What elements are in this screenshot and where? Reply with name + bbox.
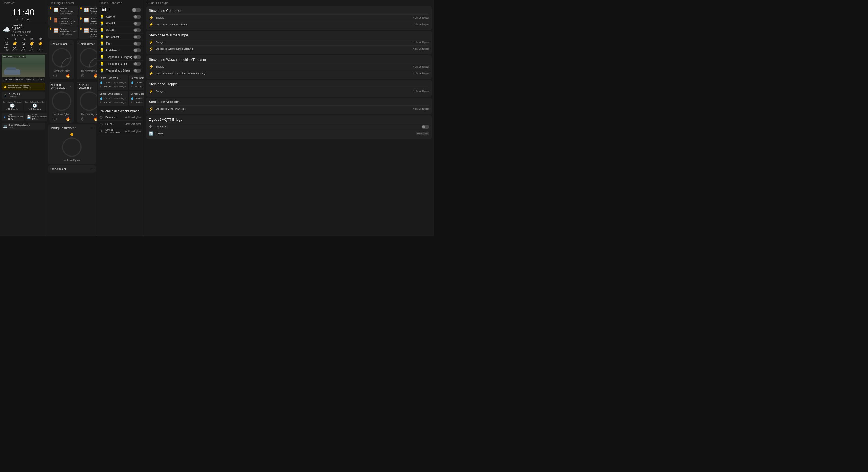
light-toggle-kratzbaum[interactable]: [133, 49, 141, 53]
smoke-icon: ⊙: [99, 122, 104, 126]
light-row-wand1[interactable]: 💡 Wand 1: [97, 20, 144, 27]
thermo-menu-icon[interactable]: ⋯: [69, 42, 72, 46]
rauch-section: Rauchmelder Wohnzimmer ⊙ Device fault Ni…: [97, 107, 144, 136]
sensor-gamingzi[interactable]: Sensor Gamingzi... 💧 Luftfeu... Nicht ve…: [129, 75, 144, 90]
verteiler-title: Steckdose Verteiler: [149, 100, 429, 104]
thermo2-menu-icon[interactable]: ⋯: [90, 126, 94, 130]
flame-icon: 🔥: [93, 117, 97, 121]
thermo-gamingzimer[interactable]: Gamingzimer ⋯ Nicht verfügbar ⏻ 🔥: [77, 40, 97, 79]
light-toggle-flur[interactable]: [133, 42, 141, 46]
thermometer-icon: 🌡: [3, 115, 6, 119]
camera-scene: 09/01/2025 11:44:41 THU: [2, 55, 45, 77]
overview-column: Übersicht 11:40 Do., 09. Jan. ☁️ Bewölkt…: [0, 0, 47, 236]
device-fire-tablet[interactable]: 📱 Fire Tablet Leerlauf: [2, 92, 45, 99]
sensor-esszimmer[interactable]: Sensor Esszimmer 💧 Sensor ... Nicht verf…: [129, 91, 144, 106]
light-row-galerie[interactable]: 💡 Galerie: [97, 13, 144, 20]
thermo-umkleidezi[interactable]: Heizung Umkleidezi... ⋯ Nicht verfügbar …: [49, 82, 74, 123]
cpu-icon: 💻: [3, 124, 7, 128]
thermo-schlafzimmer[interactable]: Schlafzimmer ⋯ Nicht verfügbar ⏻ 🔥: [49, 40, 74, 79]
clock-date: Do., 09. Jan.: [1, 18, 46, 21]
schlafzimmer-menu-icon[interactable]: ⋯: [90, 167, 94, 171]
humidity-icon: 💧: [99, 81, 103, 84]
permit-join-toggle[interactable]: [422, 125, 429, 129]
thermo-esszimmer[interactable]: Heizung Esszimmer ⋯ Nicht verfügbar ⏻ 🔥: [77, 82, 97, 123]
sensor-umkleidezi[interactable]: Sensor Umkleidezi... 💧 Luftfeu... Nicht …: [98, 91, 128, 106]
power-icon[interactable]: ⏻: [53, 117, 57, 121]
power-icon[interactable]: ⏻: [53, 73, 57, 78]
licht-main-toggle[interactable]: [132, 7, 141, 12]
window-schlafzimmer[interactable]: 🪟 Fenster Schlafzimmer Nicht verfügbar: [79, 6, 97, 15]
licht-title: Licht: [99, 7, 109, 12]
thermo-status: Nicht verfügbar: [51, 113, 72, 116]
power-column: Strom & Energie Steckdose Computer ⚡ Ene…: [144, 0, 434, 236]
lightning-icon: ⚡: [149, 89, 154, 93]
bulb-icon: 💡: [99, 68, 104, 73]
camera-name: TrackMix WiFi Flüssig Objektiv 0: [3, 78, 34, 81]
light-row-wand2[interactable]: 💡 Wand2: [97, 27, 144, 34]
alert-widget: ⚠️ Entität nicht verfügbar: camera.reoli…: [2, 83, 45, 90]
treppe-title: Steckdose Treppe: [149, 82, 429, 86]
light-toggle-wand2[interactable]: [133, 28, 141, 32]
forecast-day-3: So ☀️ 2° -4,3°: [28, 38, 36, 52]
thermo-dial: [51, 47, 72, 69]
light-row-flur[interactable]: 💡 Flur: [97, 40, 144, 47]
light-row-treppenhaus-eingang[interactable]: 💡 Treppenhaus Eingang: [97, 54, 144, 61]
treppe-energie-row: ⚡ Energie Nicht verfügbar: [149, 88, 429, 94]
restart-icon: 🔄: [149, 131, 154, 135]
window-grid: 🪟 Fenster Gamingzimmer Nicht verfügbar 🪟…: [47, 5, 97, 39]
power-icon[interactable]: ⏻: [81, 73, 85, 78]
weather-forecast: Do 🌤 9,5° 1,8° Fr ☀️ 4,5° -3,1° Sa 🌤 3,5…: [3, 38, 44, 52]
camera-widget[interactable]: 09/01/2025 11:44:41 THU TrackMix WiFi Fl…: [2, 55, 45, 81]
humidity-icon: 💧: [99, 97, 103, 100]
light-toggle-treppenhaus-stiege[interactable]: [133, 69, 141, 73]
badge-orange: !: [70, 133, 73, 136]
balkontuer-umkleidezimmer[interactable]: 🚪 Balkontür Umkleidezimmer Nicht verfügb…: [48, 16, 78, 26]
schlafzimmer-bottom[interactable]: Schlafzimmer ⋯: [48, 165, 95, 173]
weather-icon: ☁️: [3, 26, 10, 33]
svg-point-2: [53, 92, 71, 110]
window-esszimmer-links[interactable]: 🪟 Fenster Esszimmer Links Nicht verfügba…: [48, 26, 78, 39]
window-umkleidezimmer[interactable]: 🪟 Fenster Umkleidezimmer Nicht verfügbar: [79, 16, 97, 26]
zigbee-icon: ⚙: [149, 125, 154, 129]
waschmaschine-energie-row: ⚡ Energie Nicht verfügbar: [149, 63, 429, 70]
thermo-menu-icon[interactable]: ⋯: [69, 84, 72, 89]
thermo-status: Nicht verfügbar: [51, 70, 72, 72]
power-title: Strom & Energie: [144, 0, 434, 5]
thermo2-name: Heizung Esszimmer 2: [50, 127, 76, 130]
bulb-icon: 💡: [99, 41, 104, 46]
thermo-esszimmer2[interactable]: Heizung Esszimmer 2 ⋯ ! Nicht verfügbar: [48, 124, 95, 164]
light-toggle-wand1[interactable]: [133, 22, 141, 26]
lightning-icon: ⚡: [149, 65, 154, 69]
thermo-status: Nicht verfügbar: [79, 70, 97, 72]
lightning-blue-icon: ⚡: [149, 22, 154, 27]
light-toggle-treppenhaus-flur[interactable]: [133, 62, 141, 66]
light-row-treppenhaus-flur[interactable]: 💡 Treppenhaus Flur: [97, 61, 144, 67]
sensor-icon2: 🌡: [130, 101, 134, 104]
window-esszimmer-rechts[interactable]: 🪟 Fenster Esszimmer Rechts Nicht verfügb…: [79, 26, 97, 39]
waermepumpe-energie-row: ⚡ Energie Nicht verfügbar: [149, 39, 429, 45]
camera-bar: TrackMix WiFi Flüssig Objektiv 0 Leerlau…: [2, 77, 45, 81]
temp-icon: 🌡: [99, 101, 103, 104]
light-toggle-galerie[interactable]: [133, 15, 141, 19]
light-row-kratzbaum[interactable]: 💡 Kratzbaum: [97, 47, 144, 54]
thermo-dial: [61, 136, 83, 158]
restart-button[interactable]: DRÜCKEN: [416, 132, 429, 135]
light-toggle-balkon[interactable]: [133, 35, 141, 39]
clock-widget: 11:40 Do., 09. Jan.: [0, 5, 47, 22]
alert-text: Entität nicht verfügbar: camera.reolink_…: [8, 84, 43, 89]
warning-dot: [50, 7, 52, 9]
light-row-balkon[interactable]: 💡 Balkonlicht: [97, 34, 144, 40]
steckdose-waermepumpe: Steckdose Wärmepumpe ⚡ Energie Nicht ver…: [146, 31, 432, 54]
waermepumpe-title: Steckdose Wärmepumpe: [149, 33, 429, 37]
thermo2-status: Nicht verfügbar: [50, 159, 94, 162]
window-gamingzimmer[interactable]: 🪟 Fenster Gamingzimmer Nicht verfügbar: [48, 6, 78, 15]
steckdose-verteiler: Steckdose Verteiler ⚡ Steckdose Verteile…: [146, 98, 432, 114]
power-icon[interactable]: ⏻: [81, 117, 85, 121]
light-row-treppenhaus-stiege[interactable]: 💡 Treppenhaus Stiege: [97, 67, 144, 74]
light-toggle-treppenhaus-eingang[interactable]: [133, 55, 141, 59]
sensor-schlafzimmer[interactable]: Sensor Schlafzim... 💧 Luftfeu... Nicht v…: [98, 75, 128, 90]
car-in-scene: [4, 69, 21, 75]
camera-status: Leerlauf: [36, 78, 43, 81]
temp-icon: 🌡: [99, 85, 103, 88]
fault-icon: ⊙: [99, 115, 104, 119]
